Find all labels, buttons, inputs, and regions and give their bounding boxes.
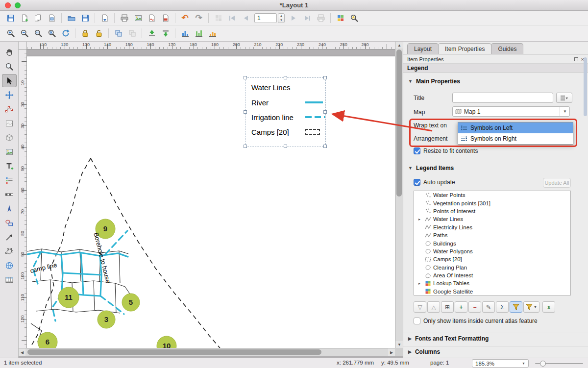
selection-handle[interactable] xyxy=(323,145,327,148)
add-node-item-button[interactable] xyxy=(2,245,17,258)
refresh-view-button[interactable] xyxy=(59,27,72,40)
legend-item-row[interactable]: Points of Interest xyxy=(414,207,570,215)
redo-button[interactable]: ↷ xyxy=(192,12,205,25)
data-defined-override-button[interactable] xyxy=(556,93,572,103)
legend-item-row[interactable]: Paths xyxy=(414,231,570,239)
add-label-button[interactable] xyxy=(2,159,17,172)
float-panel-icon[interactable] xyxy=(574,57,578,61)
distribute-items-button[interactable] xyxy=(192,27,205,40)
move-content-tool-button[interactable] xyxy=(2,88,17,101)
section-columns[interactable]: ▶ Columns xyxy=(408,348,440,355)
atlas-last-button[interactable] xyxy=(300,12,314,25)
panel-scroll-thumb[interactable] xyxy=(584,57,587,116)
legend-item-row[interactable]: Electricity Lines xyxy=(414,223,570,231)
summation-button[interactable]: Σ xyxy=(496,301,509,313)
selection-handle[interactable] xyxy=(284,145,287,148)
filter-legend-button[interactable] xyxy=(510,301,522,313)
add-item-button[interactable]: + xyxy=(455,301,467,313)
legend-item-row[interactable]: Google Satellite xyxy=(414,288,570,295)
add-map-button[interactable] xyxy=(2,117,17,130)
ungroup-items-button[interactable] xyxy=(125,27,139,40)
raise-items-button[interactable] xyxy=(145,27,158,40)
scroll-right-icon[interactable]: ▶ xyxy=(388,348,395,356)
section-fonts[interactable]: ▶ Fonts and Text Formatting xyxy=(408,335,489,342)
selection-handle[interactable] xyxy=(323,110,327,114)
add-shape-button[interactable] xyxy=(2,216,17,229)
legend-item-row[interactable]: Water Points xyxy=(414,191,570,199)
export-image-button[interactable] xyxy=(131,12,145,25)
zoom-actual-button[interactable] xyxy=(31,27,45,40)
zoom-to-atlas-button[interactable] xyxy=(347,12,361,25)
filter-expression-button[interactable]: ▼ xyxy=(523,301,539,313)
legend-item-row[interactable]: ▸Lookup Tables xyxy=(414,279,570,287)
layout-canvas[interactable]: 1101201301401501601701801902002102202302… xyxy=(19,42,403,358)
legend-item-row[interactable]: Area Of Interest xyxy=(414,271,570,279)
export-svg-button[interactable] xyxy=(145,12,158,25)
legend-item-row[interactable]: ▸Water Lines xyxy=(414,215,570,223)
add-html-button[interactable] xyxy=(2,259,17,272)
resize-to-fit-checkbox[interactable] xyxy=(414,147,420,154)
map-select[interactable]: Map 1 ▼ xyxy=(452,106,570,117)
resize-items-button[interactable] xyxy=(206,27,219,40)
print-button[interactable] xyxy=(118,12,131,25)
select-move-tool-button[interactable] xyxy=(2,74,17,87)
atlas-settings-button[interactable] xyxy=(212,12,225,25)
expand-icon[interactable]: ▸ xyxy=(418,281,425,286)
section-main-properties[interactable]: ▼ Main Properties xyxy=(408,78,460,85)
layout-page[interactable]: 91153610 camp line Borehole to house Wat… xyxy=(27,56,395,348)
zoom-window-button[interactable] xyxy=(15,2,21,8)
atlas-preview-button[interactable] xyxy=(334,12,347,25)
export-pdf-button[interactable] xyxy=(159,12,172,25)
add-scalebar-button[interactable] xyxy=(2,188,17,201)
panel-scrollbar[interactable] xyxy=(584,56,588,356)
legend-preview[interactable]: Water Lines River Irrigation line Camps … xyxy=(245,77,326,147)
section-legend-items[interactable]: ▼ Legend Items xyxy=(408,165,454,172)
unlock-items-button[interactable] xyxy=(92,27,105,40)
undo-button[interactable]: ↶ xyxy=(178,12,192,25)
duplicate-layout-button[interactable] xyxy=(31,12,45,25)
vertical-scroll-thumb[interactable] xyxy=(396,49,402,196)
option-symbols-on-left[interactable]: Symbols on Left xyxy=(458,123,573,133)
zoom-level-combo[interactable]: 185.3% ▼ xyxy=(472,359,529,368)
legend-items-list[interactable]: Water PointsVegetation points [301]Point… xyxy=(414,191,571,295)
zoom-slider-thumb[interactable] xyxy=(540,361,546,367)
legend-item-row[interactable]: Camps [20] xyxy=(414,255,570,263)
atlas-feature-checkbox[interactable] xyxy=(414,318,420,324)
zoom-in-button[interactable] xyxy=(4,27,17,40)
vertical-scrollbar[interactable]: ▲ ▼ xyxy=(395,42,403,348)
expand-icon[interactable]: ▸ xyxy=(418,217,425,221)
atlas-filter-button[interactable]: ε xyxy=(542,301,555,313)
zoom-full-button[interactable] xyxy=(45,27,58,40)
pan-tool-button[interactable] xyxy=(2,46,17,59)
selection-handle[interactable] xyxy=(284,76,287,79)
save-project-button[interactable] xyxy=(4,12,17,25)
group-items-button[interactable] xyxy=(112,27,125,40)
selection-handle[interactable] xyxy=(244,145,247,148)
horizontal-scrollbar[interactable]: ◀ ▶ xyxy=(19,348,395,356)
new-layout-button[interactable] xyxy=(18,12,31,25)
close-window-button[interactable] xyxy=(5,2,11,8)
move-item-down-button[interactable]: ▽ xyxy=(414,301,426,313)
legend-title-input[interactable] xyxy=(452,93,553,103)
layout-manager-button[interactable] xyxy=(45,12,58,25)
page-stepper[interactable]: ▲▼ xyxy=(278,13,285,23)
selection-handle[interactable] xyxy=(244,76,247,79)
scroll-left-icon[interactable]: ◀ xyxy=(19,348,25,356)
lower-items-button[interactable] xyxy=(159,27,172,40)
zoom-tool-button[interactable] xyxy=(2,60,17,73)
selection-handle[interactable] xyxy=(323,76,327,79)
zoom-out-button[interactable] xyxy=(18,27,31,40)
legend-item-row[interactable]: Water Polygons xyxy=(414,247,570,255)
print-atlas-button[interactable] xyxy=(314,12,327,25)
scroll-down-icon[interactable]: ▼ xyxy=(395,341,403,348)
option-symbols-on-right[interactable]: Symbols on Right xyxy=(458,133,573,144)
tab-item-properties[interactable]: Item Properties xyxy=(438,43,491,54)
legend-item-row[interactable]: Vegetation points [301] xyxy=(414,199,570,207)
add-attribute-table-button[interactable] xyxy=(2,273,17,286)
add-legend-button[interactable] xyxy=(2,173,17,187)
lock-items-button[interactable] xyxy=(78,27,92,40)
add-arrow-button[interactable] xyxy=(2,230,17,244)
add-group-button[interactable]: ⊞ xyxy=(441,301,454,313)
atlas-page-input[interactable] xyxy=(254,13,277,23)
move-item-up-button[interactable]: △ xyxy=(427,301,440,313)
